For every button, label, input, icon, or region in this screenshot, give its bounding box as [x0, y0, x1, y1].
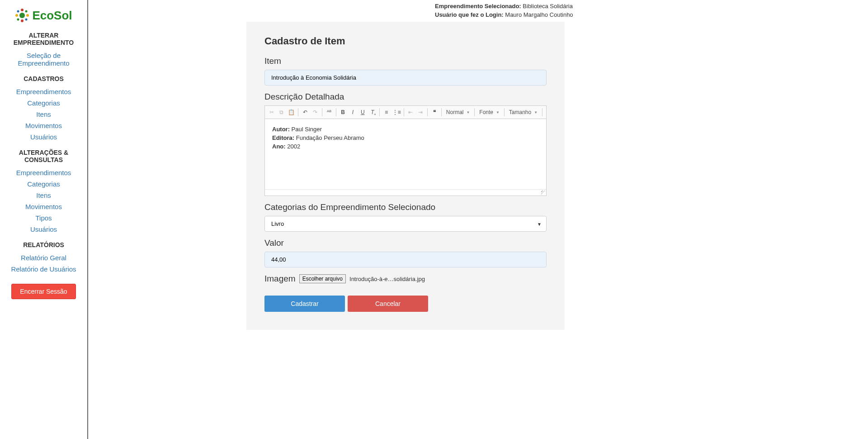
bulleted-list-icon[interactable]: ⋮≡	[392, 108, 401, 117]
main: Empreendimento Selecionado: Biblioteca S…	[88, 0, 868, 439]
ano-label: Ano:	[272, 143, 286, 150]
svg-point-7	[25, 10, 28, 13]
logo-text: EcoSol	[32, 9, 72, 23]
nav-selecao-empreendimento[interactable]: Seleção de Empreendimento	[0, 50, 87, 69]
copy-icon[interactable]: ⧉	[278, 108, 286, 117]
toolbar-separator	[441, 108, 442, 116]
chevron-down-icon: ▼	[496, 110, 500, 115]
indent-icon[interactable]: ⇥	[416, 108, 425, 117]
rich-text-editor: ✂ ⧉ 📋 ↶ ↷ ᴬᴮ B I U T× ≡ ⋮≡	[264, 105, 547, 196]
font-combo-label: Fonte	[479, 109, 493, 115]
nav-alt-empreendimentos[interactable]: Empreendimentos	[0, 167, 87, 178]
format-combo-label: Normal	[446, 109, 464, 115]
nav-alt-itens[interactable]: Itens	[0, 190, 87, 201]
nav-heading-relatorios: RELATÓRIOS	[0, 241, 87, 248]
toolbar-separator	[474, 108, 475, 116]
editora-label: Editora:	[272, 134, 294, 141]
remove-format-icon[interactable]: T×	[368, 108, 377, 117]
choose-file-button[interactable]: Escolher arquivo	[299, 274, 346, 283]
chevron-down-icon: ▼	[534, 110, 538, 115]
empreendimento-value: Biblioteca Solidária	[523, 3, 573, 10]
svg-point-3	[15, 14, 18, 17]
size-combo[interactable]: Tamanho▼	[507, 109, 539, 115]
editor-body[interactable]: Autor: Paul Singer Editora: Fundação Per…	[265, 119, 546, 189]
nav-cad-empreendimentos[interactable]: Empreendimentos	[0, 86, 87, 97]
svg-point-6	[25, 19, 28, 21]
toolbar-separator	[504, 108, 505, 116]
font-combo[interactable]: Fonte▼	[477, 109, 501, 115]
valor-input[interactable]	[264, 252, 547, 267]
toolbar-separator	[336, 108, 336, 116]
svg-point-4	[26, 14, 29, 17]
toolbar-separator	[542, 108, 542, 116]
form-card: Cadastro de Item Item Descrição Detalhad…	[246, 22, 565, 330]
svg-point-2	[21, 19, 24, 22]
sidebar: EcoSol ALTERAR EMPREENDIMENTO Seleção de…	[0, 0, 88, 439]
outdent-icon[interactable]: ⇤	[407, 108, 415, 117]
editora-value: Fundação Perseu Abramo	[294, 134, 364, 141]
item-input[interactable]	[264, 70, 547, 86]
italic-icon[interactable]: I	[349, 108, 357, 117]
item-label: Item	[264, 56, 547, 66]
logo: EcoSol	[0, 8, 87, 23]
nav-alt-usuarios[interactable]: Usuários	[0, 224, 87, 235]
toolbar-separator	[427, 108, 428, 116]
nav-cad-usuarios[interactable]: Usuários	[0, 131, 87, 143]
spellcheck-icon[interactable]: ᴬᴮ	[325, 108, 333, 117]
descricao-label: Descrição Detalhada	[264, 92, 547, 102]
nav-alt-tipos[interactable]: Tipos	[0, 212, 87, 224]
cut-icon[interactable]: ✂	[268, 108, 276, 117]
imagem-label: Imagem	[264, 274, 296, 284]
categorias-label: Categorias do Empreendimento Selecionado	[264, 202, 547, 212]
autor-value: Paul Singer	[290, 126, 322, 133]
submit-button[interactable]: Cadastrar	[264, 296, 345, 312]
chevron-down-icon: ▼	[467, 110, 470, 115]
page-title: Cadastro de Item	[264, 35, 547, 47]
usuario-value: Mauro Margalho Coutinho	[505, 11, 573, 18]
logout-button[interactable]: Encerrar Sessão	[11, 284, 75, 299]
bold-icon[interactable]: B	[339, 108, 347, 117]
numbered-list-icon[interactable]: ≡	[382, 108, 391, 117]
toolbar-separator	[379, 108, 380, 116]
cancel-button[interactable]: Cancelar	[348, 296, 428, 312]
nav-rel-usuarios[interactable]: Relatório de Usuários	[0, 263, 87, 275]
nav-cad-itens[interactable]: Itens	[0, 109, 87, 120]
resize-handle-icon[interactable]	[265, 189, 546, 196]
underline-icon[interactable]: U	[359, 108, 367, 117]
ano-value: 2002	[286, 143, 301, 150]
nav-alt-movimentos[interactable]: Movimentos	[0, 201, 87, 212]
categorias-select-wrap: Livro ▼	[264, 216, 547, 232]
nav-cad-categorias[interactable]: Categorias	[0, 97, 87, 109]
svg-point-5	[17, 10, 19, 13]
svg-point-1	[21, 9, 24, 11]
nav-heading-cadastros: CADASTROS	[0, 75, 87, 82]
nav-rel-geral[interactable]: Relatório Geral	[0, 252, 87, 263]
size-combo-label: Tamanho	[509, 109, 531, 115]
toolbar-separator	[322, 108, 322, 116]
format-combo[interactable]: Normal▼	[444, 109, 472, 115]
autor-label: Autor:	[272, 126, 290, 133]
nav-alt-categorias[interactable]: Categorias	[0, 178, 87, 190]
toolbar-separator	[404, 108, 404, 116]
svg-point-8	[17, 19, 19, 21]
valor-label: Valor	[264, 238, 547, 248]
nav-cad-movimentos[interactable]: Movimentos	[0, 120, 87, 131]
nav-heading-alterar: ALTERAR EMPREENDIMENTO	[0, 32, 87, 46]
usuario-label: Usuário que fez o Login:	[435, 11, 504, 18]
categorias-select[interactable]: Livro	[265, 216, 546, 231]
empreendimento-label: Empreendimento Selecionado:	[435, 3, 521, 10]
nav-heading-alteracoes: ALTERAÇÕES & CONSULTAS	[0, 149, 87, 163]
topbar: Empreendimento Selecionado: Biblioteca S…	[88, 0, 868, 22]
blockquote-icon[interactable]: ❝	[430, 108, 439, 117]
redo-icon[interactable]: ↷	[311, 108, 319, 117]
file-name: Introdução-à-e…solidária.jpg	[349, 276, 425, 282]
toolbar-separator	[298, 108, 298, 116]
undo-icon[interactable]: ↶	[301, 108, 309, 117]
editor-toolbar: ✂ ⧉ 📋 ↶ ↷ ᴬᴮ B I U T× ≡ ⋮≡	[265, 106, 546, 119]
svg-point-0	[19, 13, 25, 18]
paste-icon[interactable]: 📋	[288, 108, 296, 117]
logo-icon	[15, 8, 29, 23]
